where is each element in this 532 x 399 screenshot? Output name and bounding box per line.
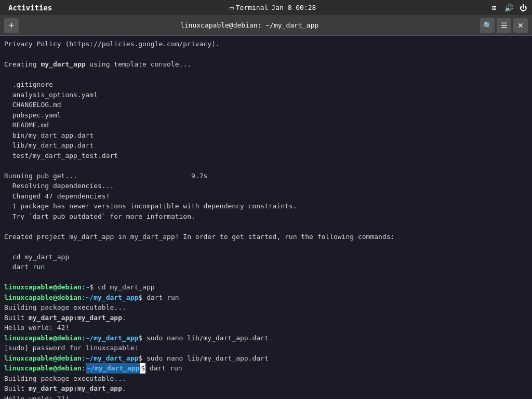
terminal-titlebar: + linuxcapable@debian: ~/my_dart_app 🔍 ☰… — [0, 15, 532, 36]
prompt-dir-3: ~/my_dart_app — [86, 333, 139, 343]
line-changelog: CHANGELOG.md — [4, 100, 528, 110]
line-sudo-pw: [sudo] password for linuxcapable: — [4, 343, 528, 353]
line-resolving: Resolving dependencies... — [4, 181, 528, 191]
prompt-dollar-hl: $ — [140, 363, 145, 374]
line-blank-4 — [4, 221, 528, 232]
datetime: Jan 8 00:28 — [271, 4, 316, 11]
prompt-dir-2: ~/my_dart_app — [86, 292, 139, 303]
new-tab-button[interactable]: + — [4, 18, 19, 33]
line-changed: Changed 47 dependencies! — [4, 191, 528, 202]
close-button[interactable]: ✕ — [513, 18, 528, 33]
line-built1: Built my_dart_app:my_dart_app. — [4, 313, 528, 323]
volume-icon[interactable]: 🔊 — [504, 3, 513, 12]
prompt-colon-4: : — [82, 353, 86, 364]
terminal-window-icon: ▭ — [230, 4, 234, 11]
prompt-dollar-2: $ dart run — [138, 292, 179, 303]
terminal-title: linuxcapable@debian: ~/my_dart_app — [23, 21, 476, 29]
line-blank-2 — [4, 70, 528, 80]
line-hello21: Hello world: 21! — [4, 394, 528, 400]
prompt-dartrun: linuxcapable@debian:~/my_dart_app$ dart … — [4, 292, 528, 303]
prompt-dir-4: ~/my_dart_app — [86, 353, 139, 364]
line-created: Created project my_dart_app in my_dart_a… — [4, 232, 528, 242]
prompt-dir-1: ~ — [86, 282, 90, 292]
prompt-colon-1: : — [82, 282, 86, 292]
prompt-cmd-hl: dart run — [145, 363, 182, 374]
titlebar-actions: 🔍 ☰ ✕ — [480, 18, 528, 33]
line-gitignore: .gitignore — [4, 79, 528, 90]
prompt-colon-2: : — [82, 292, 86, 303]
line-building1: Building package executable... — [4, 302, 528, 313]
line-readme: README.md — [4, 120, 528, 130]
line-dartrun: dart run — [4, 262, 528, 272]
line-lib: lib/my_dart_app.dart — [4, 140, 528, 151]
prompt-highlighted: linuxcapable@debian:~/my_dart_app$ dart … — [4, 363, 528, 374]
line-hello42: Hello world: 42! — [4, 323, 528, 333]
system-bar-right: ⊞ 🔊 ⏻ — [489, 3, 528, 12]
line-bin: bin/my_dart_app.dart — [4, 130, 528, 141]
prompt-user-4: linuxcapable@debian — [4, 353, 82, 364]
prompt-user-3: linuxcapable@debian — [4, 333, 82, 343]
line-blank-3 — [4, 161, 528, 171]
line-blank-1 — [4, 49, 528, 60]
power-icon[interactable]: ⏻ — [518, 3, 528, 12]
line-built2: Built my_dart_app:my_dart_app. — [4, 383, 528, 394]
line-pubget: Running pub get... 9.7s — [4, 171, 528, 181]
prompt-user-1: linuxcapable@debian — [4, 282, 82, 292]
prompt-colon-hl: : — [82, 363, 86, 374]
system-bar-center: ▭ Terminal Jan 8 00:28 — [230, 4, 316, 11]
terminal-label-text: Terminal — [236, 4, 269, 11]
line-privacy: Privacy Policy (https://policies.google.… — [4, 39, 528, 49]
line-test: test/my_dart_app_test.dart — [4, 151, 528, 161]
line-try: Try `dart pub outdated` for more informa… — [4, 211, 528, 222]
prompt-dollar-1: $ cd my_dart_app — [89, 282, 154, 292]
prompt-sudonano1: linuxcapable@debian:~/my_dart_app$ sudo … — [4, 333, 528, 343]
terminal-body[interactable]: Privacy Policy (https://policies.google.… — [0, 36, 532, 399]
line-building2: Building package executable... — [4, 374, 528, 384]
line-blank-6 — [4, 272, 528, 283]
terminal-window: + linuxcapable@debian: ~/my_dart_app 🔍 ☰… — [0, 15, 532, 399]
line-blank-5 — [4, 242, 528, 252]
prompt-cd: linuxcapable@debian:~$ cd my_dart_app — [4, 282, 528, 292]
prompt-user-2: linuxcapable@debian — [4, 292, 82, 303]
line-analysis: analysis_options.yaml — [4, 90, 528, 100]
line-newer: 1 package has newer versions incompatibl… — [4, 201, 528, 211]
prompt-colon-3: : — [82, 333, 86, 343]
prompt-dir-hl: ~/my_dart_app — [86, 363, 141, 374]
system-bar: Activities ▭ Terminal Jan 8 00:28 ⊞ 🔊 ⏻ — [0, 0, 532, 15]
grid-icon[interactable]: ⊞ — [489, 3, 499, 12]
search-button[interactable]: 🔍 — [480, 18, 495, 33]
prompt-dollar-3: $ sudo nano lib/my_dart_app.dart — [138, 333, 268, 343]
line-creating: Creating my_dart_app using template cons… — [4, 59, 528, 70]
menu-button[interactable]: ☰ — [497, 18, 511, 33]
prompt-sudonano2: linuxcapable@debian:~/my_dart_app$ sudo … — [4, 353, 528, 364]
activities-button[interactable]: Activities — [4, 4, 56, 12]
prompt-user-hl: linuxcapable@debian — [4, 363, 82, 374]
line-pubspec: pubspec.yaml — [4, 110, 528, 121]
terminal-label: ▭ Terminal — [230, 4, 268, 11]
line-cdapp: cd my_dart_app — [4, 252, 528, 262]
prompt-dollar-4: $ sudo nano lib/my_dart_app.dart — [138, 353, 268, 364]
